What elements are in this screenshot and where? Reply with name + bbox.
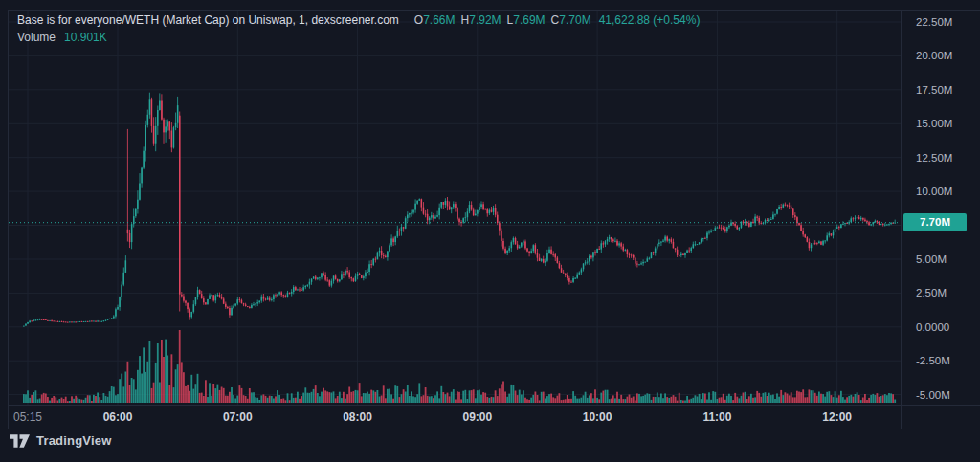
price-axis-label: 15.00M [916, 117, 952, 130]
price-axis-label: 0.0000 [916, 320, 949, 334]
chart-footer: TradingView [10, 433, 112, 448]
time-axis-label: 05:15 [13, 410, 42, 424]
volume-value: 10.901K [64, 31, 107, 44]
price-axis-label: 17.50M [916, 83, 952, 97]
symbol-title: Base is for everyone/WETH (Market Cap) o… [17, 13, 399, 27]
open-value: 7.66M [423, 13, 455, 27]
price-axis-label: -2.50M [916, 354, 950, 367]
volume-bars [23, 330, 896, 403]
tradingview-brand-text[interactable]: TradingView [36, 433, 112, 448]
close-value: 7.70M [559, 13, 590, 27]
price-axis-label: 10.00M [916, 185, 952, 198]
low-value: 7.69M [513, 13, 545, 27]
change-value: 41,622.88 (+0.54%) [599, 13, 701, 27]
price-axis-label: 5.00M [916, 253, 947, 266]
close-label: C [551, 13, 560, 27]
price-axis[interactable]: 7.70M 22.50M20.00M17.50M15.00M12.50M10.0… [901, 10, 980, 429]
time-axis-label: 06:00 [103, 410, 133, 424]
grid-lines [9, 11, 901, 405]
high-value: 7.92M [469, 13, 501, 27]
time-axis-label: 07:00 [223, 410, 253, 424]
high-label: H [461, 13, 470, 27]
price-axis-label: -5.00M [916, 388, 950, 402]
chart-widget: Base is for everyone/WETH (Market Cap) o… [0, 0, 980, 462]
tradingview-logo-icon[interactable] [10, 434, 30, 448]
candles-series [23, 93, 896, 327]
current-price-badge: 7.70M [903, 213, 967, 231]
time-axis-label: 10:00 [583, 410, 612, 424]
price-axis-label: 2.50M [916, 286, 947, 299]
legend-row-symbol: Base is for everyone/WETH (Market Cap) o… [17, 13, 700, 31]
time-axis[interactable]: 05:1506:0007:0008:0009:0010:0011:0012:00 [8, 406, 901, 429]
time-axis-label: 12:00 [822, 410, 852, 424]
time-axis-label: 09:00 [462, 410, 492, 424]
pane-borders [8, 10, 980, 429]
time-axis-label: 11:00 [702, 410, 731, 424]
time-axis-label: 08:00 [343, 410, 372, 424]
price-axis-label: 20.00M [916, 49, 952, 62]
legend-row-volume: Volume10.901K [17, 31, 700, 48]
candlestick-chart[interactable] [0, 0, 980, 462]
open-label: O [414, 13, 423, 27]
price-axis-label: 12.50M [916, 151, 952, 165]
volume-label: Volume [17, 31, 56, 44]
chart-legend: Base is for everyone/WETH (Market Cap) o… [17, 13, 700, 48]
price-axis-label: 22.50M [916, 15, 952, 29]
